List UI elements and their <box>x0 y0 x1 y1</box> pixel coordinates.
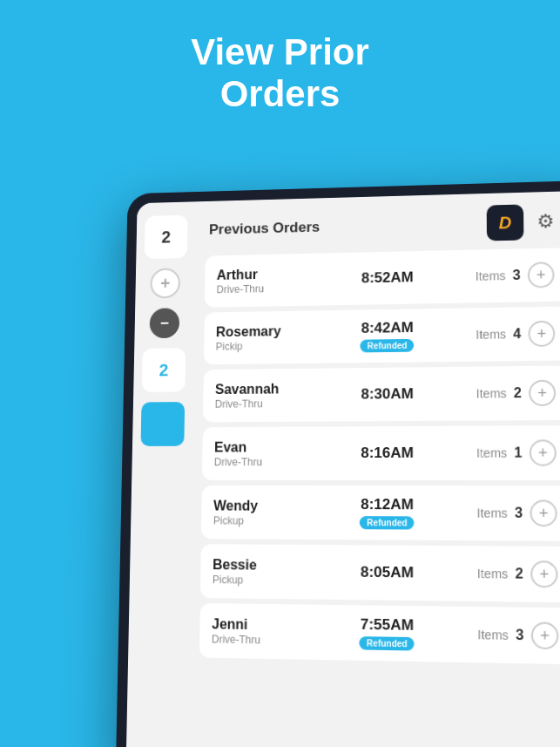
logo-icon: D <box>499 213 512 233</box>
order-time: 8:42AM <box>361 319 414 336</box>
order-name: Arthur <box>217 266 301 282</box>
order-time: 8:12AM <box>361 496 414 513</box>
refunded-badge: Refunded <box>361 339 415 353</box>
order-right: Items 2 + <box>477 560 558 588</box>
order-time-block: 8:12AM Refunded <box>356 496 418 530</box>
order-type: Drive-Thru <box>214 456 300 468</box>
order-time-block: 8:16AM <box>356 445 417 462</box>
order-info: Evan Drive-Thru <box>214 439 300 468</box>
order-time-block: 7:55AM Refunded <box>356 616 418 651</box>
refunded-badge: Refunded <box>360 636 415 650</box>
order-time: 8:52AM <box>361 269 414 288</box>
order-add-button[interactable]: + <box>528 321 555 347</box>
main-content: Previous Orders D ⚙ Arthur Drive-Thru 8: <box>187 191 560 747</box>
sidebar-item-2: 2 <box>145 215 188 259</box>
order-add-button[interactable]: + <box>529 380 556 406</box>
items-label: Items <box>476 446 507 460</box>
items-count: 3 <box>516 627 523 643</box>
order-time: 8:05AM <box>361 564 414 582</box>
order-time-block: 8:42AM Refunded <box>357 319 418 352</box>
order-card: Rosemary Pickip 8:42AM Refunded Items 4 … <box>204 307 560 365</box>
order-right: Items 3 + <box>477 621 558 650</box>
order-info: Wendy Pickup <box>213 498 299 526</box>
order-right: Items 4 + <box>476 321 555 348</box>
items-count: 3 <box>513 268 521 283</box>
order-info: Bessie Pickup <box>213 557 299 587</box>
header-icons: D ⚙ <box>487 203 560 241</box>
order-card: Bessie Pickup 8:05AM Items 2 + <box>200 544 560 602</box>
sidebar-item-2-blue: 2 <box>142 348 186 392</box>
content-header: Previous Orders D ⚙ <box>195 191 560 256</box>
order-info: Jenni Drive-Thru <box>212 616 298 647</box>
sidebar-add-btn[interactable]: + <box>150 268 180 298</box>
order-time-block: 8:05AM <box>356 564 418 582</box>
order-type: Pickip <box>216 339 300 352</box>
order-name: Jenni <box>212 616 298 634</box>
order-card: Wendy Pickup 8:12AM Refunded Items 3 + <box>201 486 560 541</box>
items-label: Items <box>476 328 506 342</box>
order-right: Items 3 + <box>476 261 555 289</box>
items-label: Items <box>476 386 507 400</box>
order-right: Items 1 + <box>476 439 557 466</box>
items-count: 4 <box>513 326 521 342</box>
logo-button[interactable]: D <box>487 204 524 241</box>
items-label: Items <box>476 268 506 282</box>
order-card: Savannah Drive-Thru 8:30AM Items 2 + <box>203 365 560 422</box>
order-info: Arthur Drive-Thru <box>216 266 300 295</box>
order-type: Drive-Thru <box>215 397 300 410</box>
order-time-block: 8:52AM <box>357 268 417 287</box>
order-name: Rosemary <box>216 323 300 340</box>
order-info: Rosemary Pickip <box>216 323 300 352</box>
order-card: Jenni Drive-Thru 7:55AM Refunded Items 3… <box>199 603 560 664</box>
order-name: Savannah <box>215 381 300 397</box>
items-count: 3 <box>515 506 523 521</box>
items-count: 2 <box>516 566 523 582</box>
tablet-frame: 2 + − 2 Previous Orders D ⚙ <box>116 180 560 747</box>
order-right: Items 2 + <box>476 380 557 407</box>
order-time: 8:16AM <box>361 445 414 462</box>
gear-icon: ⚙ <box>536 210 555 233</box>
gear-button[interactable]: ⚙ <box>529 205 560 238</box>
items-label: Items <box>477 567 508 581</box>
refunded-badge: Refunded <box>360 516 415 529</box>
order-add-button[interactable]: + <box>528 261 555 288</box>
items-label: Items <box>477 628 509 642</box>
order-card: Evan Drive-Thru 8:16AM Items 1 + <box>202 425 560 480</box>
order-add-button[interactable]: + <box>531 621 559 649</box>
order-time: 8:30AM <box>361 385 413 403</box>
order-name: Bessie <box>213 557 299 574</box>
order-type: Pickup <box>213 574 299 587</box>
order-type: Drive-Thru <box>216 282 300 295</box>
order-card: Arthur Drive-Thru 8:52AM Items 3 + <box>205 248 560 308</box>
sidebar-minus-btn[interactable]: − <box>150 308 180 338</box>
items-count: 1 <box>514 445 522 461</box>
order-add-button[interactable]: + <box>530 439 557 466</box>
order-add-button[interactable]: + <box>530 560 558 587</box>
items-count: 2 <box>514 385 522 401</box>
page-title: View Prior Orders <box>17 31 543 116</box>
items-label: Items <box>476 506 507 520</box>
order-time-block: 8:30AM <box>357 385 418 403</box>
panel-title: Previous Orders <box>209 219 320 238</box>
tablet-screen: 2 + − 2 Previous Orders D ⚙ <box>126 191 560 747</box>
order-type: Drive-Thru <box>212 633 298 647</box>
hero-header: View Prior Orders <box>0 0 560 133</box>
sidebar: 2 + − 2 <box>126 201 197 747</box>
order-type: Pickup <box>213 514 299 526</box>
order-name: Evan <box>214 439 300 455</box>
order-info: Savannah Drive-Thru <box>215 381 300 410</box>
order-right: Items 3 + <box>476 499 557 526</box>
sidebar-blue-block <box>141 402 186 446</box>
order-add-button[interactable]: + <box>530 499 557 526</box>
order-time: 7:55AM <box>361 616 414 635</box>
orders-list: Arthur Drive-Thru 8:52AM Items 3 + Rosem… <box>187 248 560 747</box>
order-name: Wendy <box>213 498 299 513</box>
